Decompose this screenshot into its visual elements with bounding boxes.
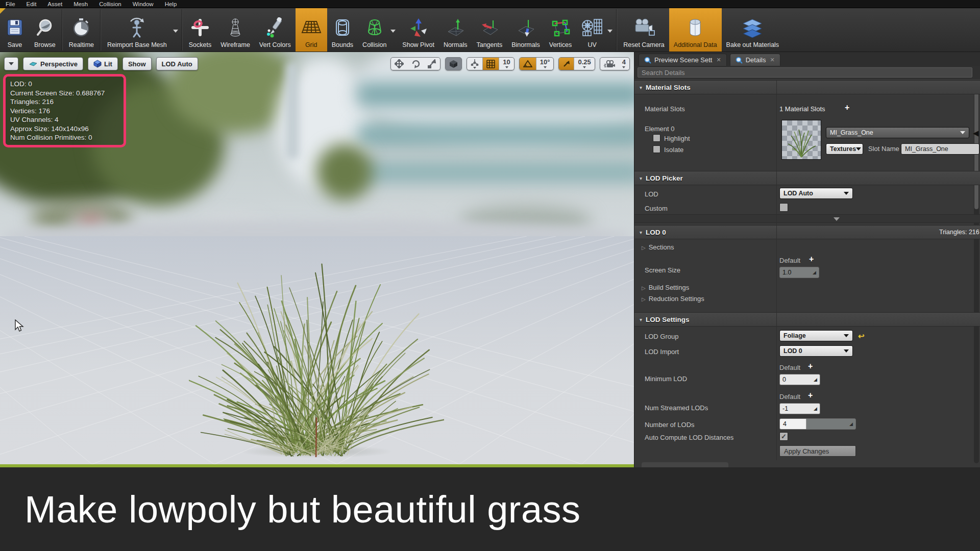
3d-viewport[interactable]: Perspective Lit Show LOD Auto <box>0 52 634 464</box>
panel-scrollbar[interactable] <box>974 81 979 463</box>
material-thumbnail[interactable] <box>781 120 821 160</box>
lod-picker-header[interactable]: ▾ LOD Picker <box>634 171 980 185</box>
lod-import-dropdown[interactable]: LOD 0 <box>779 345 853 357</box>
collision-capsule-icon <box>364 15 385 40</box>
viewport-options-button[interactable] <box>4 57 18 70</box>
additional-data-button[interactable]: Additional Data <box>669 8 722 52</box>
screen-size-add-button[interactable]: + <box>809 256 814 263</box>
close-icon[interactable]: ✕ <box>770 57 774 63</box>
vert-colors-button[interactable]: Vert Colors <box>255 8 296 52</box>
build-settings-row[interactable]: ▷Build Settings <box>642 284 689 291</box>
element-0-label: Element 0 <box>645 125 675 133</box>
vertices-button[interactable]: Vertices <box>545 8 576 52</box>
angle-snap-toggle[interactable] <box>520 58 536 70</box>
surface-snap-icon <box>471 59 479 66</box>
grid-button[interactable]: Grid <box>296 8 327 52</box>
lit-button[interactable]: Lit <box>88 57 118 70</box>
viewport-toolbar-left: Perspective Lit Show LOD Auto <box>4 57 198 70</box>
show-pivot-icon <box>408 15 429 40</box>
add-material-slot-button[interactable]: + <box>845 104 849 111</box>
menu-help[interactable]: Help <box>159 1 183 7</box>
surface-snap-button[interactable] <box>467 58 482 70</box>
realtime-button[interactable]: Realtime <box>64 8 99 52</box>
tab-details[interactable]: Details ✕ <box>730 54 780 66</box>
use-selected-asset-arrow[interactable]: ◀ <box>973 129 979 138</box>
stat-lod: LOD: 0 <box>10 80 124 89</box>
tangents-button[interactable]: Tangents <box>472 8 507 52</box>
reset-camera-button[interactable]: Reset Camera <box>619 8 669 52</box>
slot-name-label: Slot Name <box>868 145 899 153</box>
minimum-lod-add-button[interactable]: + <box>808 363 813 370</box>
move-tool-button[interactable] <box>391 58 407 70</box>
angle-snap-value-button[interactable]: 10° <box>536 58 554 70</box>
highlight-checkbox[interactable] <box>653 134 660 142</box>
lod-group-dropdown[interactable]: Foliage <box>779 330 853 341</box>
rotate-tool-button[interactable] <box>407 58 424 70</box>
screen-size-spinbox[interactable]: 1.0 ◢ <box>779 267 819 278</box>
chevron-down-icon[interactable] <box>173 30 178 33</box>
chevron-down-icon[interactable] <box>607 30 612 33</box>
material-slots-row-label: Material Slots <box>645 105 685 113</box>
wireframe-button[interactable]: Wireframe <box>216 8 255 52</box>
search-input[interactable]: Search Details <box>638 67 972 78</box>
grid-snap-value-button[interactable]: 10 <box>499 58 513 70</box>
lod-picker-dropdown[interactable]: LOD Auto <box>779 188 853 199</box>
menu-window[interactable]: Window <box>127 1 159 7</box>
realtime-label: Realtime <box>69 41 94 48</box>
custom-checkbox[interactable] <box>779 203 788 212</box>
textures-dropdown[interactable]: Textures <box>826 143 863 155</box>
isolate-checkbox[interactable] <box>653 145 660 153</box>
chevron-down-icon[interactable] <box>390 30 396 33</box>
sections-row[interactable]: ▷Sections <box>642 243 674 251</box>
material-slots-header[interactable]: ▾ Material Slots <box>634 80 980 94</box>
highlight-label: Highlight <box>664 135 690 142</box>
lod-picker-expander[interactable] <box>634 214 980 223</box>
bounds-icon <box>332 15 353 40</box>
num-streamed-spinbox[interactable]: -1 ◢ <box>779 403 820 414</box>
menu-asset[interactable]: Asset <box>42 1 68 7</box>
menu-mesh[interactable]: Mesh <box>68 1 93 7</box>
camera-speed-button[interactable] <box>600 58 619 70</box>
lod-settings-header[interactable]: ▾ LOD Settings <box>634 312 980 327</box>
lod-auto-button[interactable]: LOD Auto <box>156 57 198 70</box>
material-asset-dropdown[interactable]: MI_Grass_One <box>826 127 969 138</box>
reimport-base-mesh-button[interactable]: Reimport Base Mesh <box>103 8 180 52</box>
collision-button[interactable]: Collision <box>358 8 398 52</box>
num-streamed-add-button[interactable]: + <box>808 392 813 399</box>
minimum-lod-spinbox[interactable]: 0 ◢ <box>779 374 820 385</box>
coordinate-system-button[interactable] <box>445 57 462 70</box>
menu-collision[interactable]: Collision <box>93 1 127 7</box>
tangents-icon <box>479 15 500 40</box>
reset-to-default-icon[interactable]: ↩ <box>858 332 865 341</box>
camera-speed-value-button[interactable]: 4 <box>619 58 629 70</box>
perspective-button[interactable]: Perspective <box>23 57 83 70</box>
browse-button[interactable]: Browse <box>30 8 60 52</box>
chevron-down-icon <box>844 349 849 353</box>
show-pivot-button[interactable]: Show Pivot <box>398 8 439 52</box>
auto-compute-checkbox[interactable]: ✓ <box>779 432 788 441</box>
details-panel: Preview Scene Sett ✕ Details ✕ Search De… <box>634 52 980 467</box>
expand-arrow-icon: ▷ <box>642 245 646 251</box>
number-of-lods-field[interactable]: 4 ◢ <box>779 418 856 430</box>
menu-edit[interactable]: Edit <box>21 1 42 7</box>
search-row: Search Details <box>634 66 980 79</box>
apply-changes-button[interactable]: Apply Changes <box>779 445 856 457</box>
bake-out-materials-button[interactable]: Bake out Materials <box>722 8 784 52</box>
scale-tool-button[interactable] <box>424 58 440 70</box>
save-button[interactable]: Save <box>0 8 30 52</box>
tab-preview-scene-settings[interactable]: Preview Scene Sett ✕ <box>639 54 727 66</box>
sockets-button[interactable]: Sockets <box>184 8 216 52</box>
slot-name-field[interactable]: MI_Grass_One <box>901 143 979 155</box>
scale-snap-value-button[interactable]: 0.25 <box>574 58 594 70</box>
bounds-button[interactable]: Bounds <box>327 8 358 52</box>
normals-button[interactable]: Normals <box>439 8 472 52</box>
binormals-button[interactable]: Binormals <box>507 8 545 52</box>
reduction-settings-row[interactable]: ▷Reduction Settings <box>642 295 704 303</box>
menu-file[interactable]: File <box>0 1 21 7</box>
scale-snap-toggle[interactable] <box>559 58 574 70</box>
uv-button[interactable]: UV <box>576 8 615 52</box>
grid-snap-toggle[interactable] <box>483 58 499 70</box>
show-button[interactable]: Show <box>122 57 152 70</box>
lod0-header[interactable]: ▾ LOD 0 <box>634 225 980 239</box>
close-icon[interactable]: ✕ <box>716 57 721 63</box>
